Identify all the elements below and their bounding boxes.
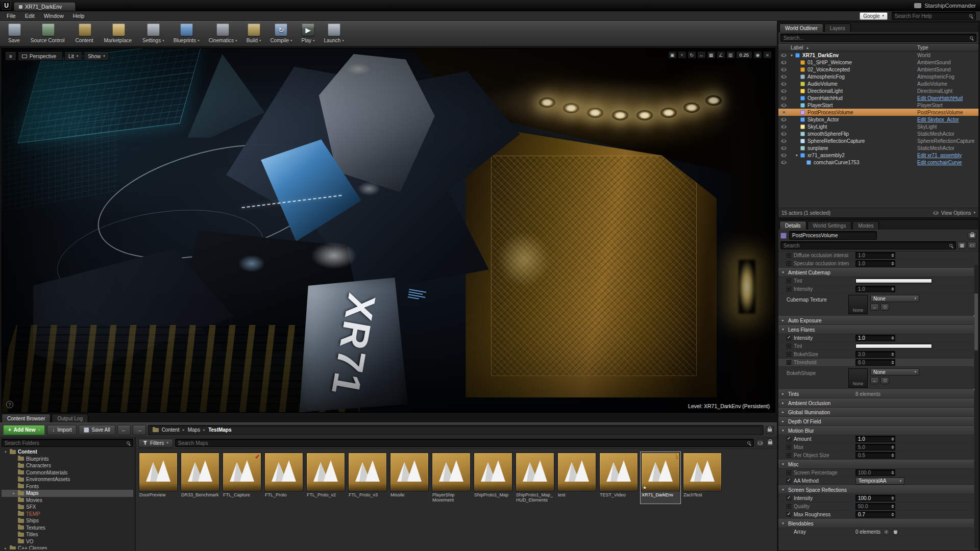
property-checkbox[interactable] bbox=[787, 445, 791, 449]
breadcrumb-testmaps[interactable]: TestMaps bbox=[208, 427, 231, 433]
asset-tile[interactable]: ZachTest bbox=[682, 452, 723, 504]
folder-row[interactable]: SFX bbox=[2, 504, 133, 511]
browse-icon[interactable] bbox=[880, 304, 889, 311]
folder-row[interactable]: Textures bbox=[2, 524, 133, 532]
visibility-eye-icon[interactable] bbox=[781, 54, 787, 57]
outliner-row[interactable]: comchairCurve1753 Edit comchairCurve bbox=[778, 159, 978, 166]
feedback-bubble-icon[interactable] bbox=[914, 3, 921, 8]
details-category[interactable]: ▾ Motion Blur bbox=[778, 426, 974, 435]
outliner-search-input[interactable] bbox=[783, 35, 967, 41]
search-assets-input[interactable] bbox=[178, 440, 744, 446]
spin-arrows-icon[interactable] bbox=[891, 505, 895, 508]
property-checkbox[interactable] bbox=[787, 344, 791, 348]
outliner-row[interactable]: smoothSphereFlip StaticMeshActor bbox=[778, 130, 978, 137]
folder-row[interactable]: Fonts bbox=[2, 483, 133, 490]
forward-button[interactable]: → bbox=[133, 425, 146, 435]
asset-tile[interactable]: test bbox=[556, 452, 597, 504]
property-checkbox[interactable] bbox=[787, 261, 791, 266]
number-spinbox[interactable]: 50.0 bbox=[855, 503, 895, 510]
add-new-button[interactable]: + Add New ▾ bbox=[3, 425, 45, 435]
folder-row[interactable]: Characters bbox=[2, 462, 133, 469]
visibility-eye-icon[interactable] bbox=[781, 118, 787, 121]
actor-type[interactable]: AudioVolume bbox=[917, 81, 978, 87]
spin-arrows-icon[interactable] bbox=[891, 437, 895, 441]
texture-thumbnail[interactable]: None bbox=[848, 368, 868, 388]
details-scrollbar[interactable] bbox=[974, 265, 978, 548]
property-checkbox[interactable] bbox=[787, 287, 791, 291]
details-category[interactable]: ▸ Ambient Occlusion bbox=[778, 398, 974, 408]
browse-icon[interactable] bbox=[880, 377, 889, 384]
toolbar-button[interactable]: ↻ Compile ▾ bbox=[266, 22, 296, 45]
details-category[interactable]: ▸ Tints 8 elements bbox=[778, 389, 974, 398]
actor-type[interactable]: Edit xr71_assembly bbox=[917, 153, 978, 158]
breadcrumb-maps[interactable]: Maps bbox=[188, 427, 200, 433]
expand-arrow-icon[interactable]: ▼ bbox=[794, 154, 799, 157]
actor-name-input[interactable] bbox=[792, 233, 874, 238]
folder-row[interactable]: ▸ Maps bbox=[2, 490, 133, 497]
add-element-button[interactable]: + bbox=[883, 529, 890, 535]
toolbar-button[interactable]: Marketplace bbox=[100, 22, 137, 45]
outliner-row[interactable]: PlayerStart PlayerStart bbox=[778, 102, 978, 109]
details-category[interactable]: ▸ Depth Of Field bbox=[778, 417, 974, 426]
column-type[interactable]: Type bbox=[917, 45, 978, 51]
menu-item[interactable]: File bbox=[2, 11, 20, 20]
folder-row[interactable]: ▸ C++ Classes bbox=[2, 545, 133, 549]
outliner-row[interactable]: AudioVolume AudioVolume bbox=[778, 80, 978, 87]
expand-arrow-icon[interactable]: ▸ bbox=[4, 546, 8, 549]
clear-array-button[interactable] bbox=[892, 529, 899, 535]
help-search-input[interactable] bbox=[895, 13, 966, 19]
toolbar-button[interactable]: Settings ▾ bbox=[138, 22, 168, 45]
details-category[interactable]: ▾ Ambient Cubemap bbox=[778, 268, 974, 277]
number-spinbox[interactable]: 3.0 bbox=[855, 351, 895, 358]
outliner-row[interactable]: 01_SHIP_Welcome AmbientSound bbox=[778, 59, 978, 66]
property-checkbox[interactable] bbox=[787, 279, 791, 283]
enum-dropdown[interactable]: TemporalAA ▾ bbox=[855, 478, 904, 485]
details-scroll-thumb[interactable] bbox=[974, 293, 978, 350]
visibility-eye-icon[interactable] bbox=[781, 61, 787, 64]
folder-row[interactable]: CommonMaterials bbox=[2, 469, 133, 477]
asset-tile[interactable]: TEST_Video bbox=[598, 452, 639, 504]
spin-arrows-icon[interactable] bbox=[891, 262, 895, 265]
spin-arrows-icon[interactable] bbox=[891, 254, 895, 257]
spin-arrows-icon[interactable] bbox=[891, 353, 895, 356]
viewport-mode-button[interactable]: Perspective bbox=[18, 52, 63, 61]
actor-type[interactable]: DirectionalLight bbox=[917, 88, 978, 94]
expand-arrow-icon[interactable]: ▸ bbox=[12, 491, 16, 495]
asset-dropdown[interactable]: None ▾ bbox=[870, 295, 919, 302]
property-checkbox[interactable] bbox=[787, 360, 791, 365]
toolbar-button[interactable]: ▶ Play ▾ bbox=[298, 22, 319, 45]
outliner-row[interactable]: SkyLight SkyLight bbox=[778, 123, 978, 130]
visibility-eye-icon[interactable] bbox=[781, 82, 787, 86]
lock-sources-button[interactable] bbox=[766, 426, 774, 434]
actor-type[interactable]: SkyLight bbox=[917, 124, 978, 130]
number-spinbox[interactable]: 1.0 bbox=[855, 436, 895, 442]
viewport-options-button[interactable]: ≡ bbox=[5, 52, 16, 61]
visibility-eye-icon[interactable] bbox=[781, 146, 787, 150]
visibility-eye-icon[interactable] bbox=[781, 89, 787, 93]
number-spinbox[interactable]: 5.0 bbox=[855, 444, 895, 450]
number-spinbox[interactable]: 100.0 bbox=[855, 469, 895, 476]
details-category[interactable]: ▾ Lens Flares bbox=[778, 325, 974, 334]
tab-output-log[interactable]: Output Log bbox=[52, 414, 88, 422]
visibility-eye-icon[interactable] bbox=[781, 104, 787, 107]
import-button[interactable]: ↓ Import bbox=[47, 425, 77, 435]
folder-row[interactable]: VO bbox=[2, 538, 133, 545]
asset-tile[interactable]: FTL_Proto bbox=[263, 452, 304, 504]
property-checkbox[interactable] bbox=[787, 437, 791, 441]
number-spinbox[interactable]: 1.0 bbox=[855, 252, 895, 259]
outliner-row[interactable]: Skybox_Actor Edit Skybox_Actor bbox=[778, 116, 978, 123]
expand-arrow-icon[interactable]: ▾ bbox=[4, 450, 8, 454]
visibility-eye-icon[interactable] bbox=[781, 75, 787, 79]
actor-type[interactable]: Edit comchairCurve bbox=[917, 160, 978, 165]
level-tab[interactable]: XR71_DarkEnv bbox=[14, 2, 76, 11]
spin-arrows-icon[interactable] bbox=[891, 513, 895, 516]
filters-button[interactable]: Filters ▾ bbox=[138, 439, 173, 447]
menu-item[interactable]: Help bbox=[68, 11, 89, 20]
camera-icon[interactable]: ◉ bbox=[753, 51, 762, 59]
translate-icon[interactable]: + bbox=[678, 51, 687, 59]
search-engine-dropdown[interactable]: Google ▾ bbox=[860, 12, 888, 20]
property-checkbox[interactable] bbox=[787, 504, 791, 509]
outliner-row[interactable]: OpenHatchHud Edit OpenHatchHud bbox=[778, 94, 978, 102]
folder-row[interactable]: ▾ Content bbox=[2, 448, 133, 456]
property-checkbox[interactable] bbox=[787, 352, 791, 357]
